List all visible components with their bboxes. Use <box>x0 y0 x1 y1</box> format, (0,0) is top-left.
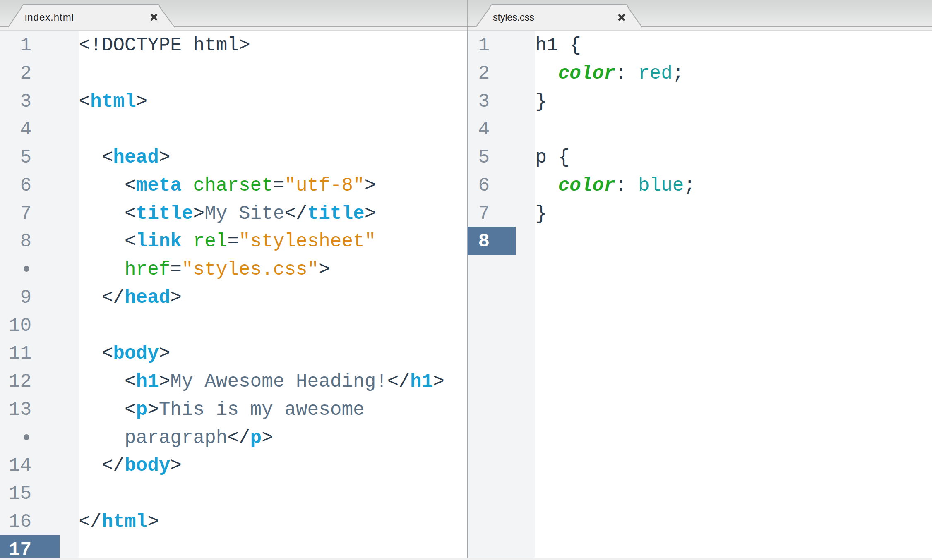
svg-text:index.html: index.html <box>25 12 74 23</box>
svg-text:styles.css: styles.css <box>493 12 534 23</box>
